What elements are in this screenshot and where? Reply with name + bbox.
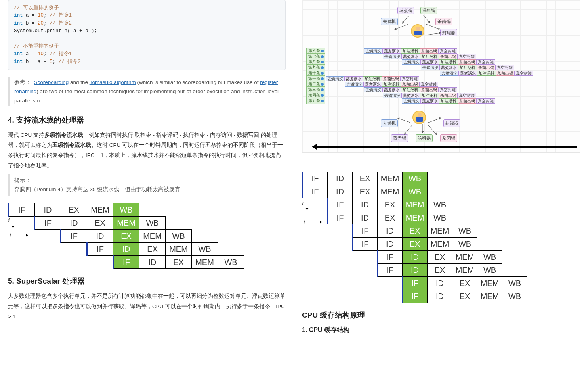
left-column: // 可以重排的例子 int a = 10; // 指令1 int b = 20… [0, 0, 294, 372]
box-sterilizer: 杀菌锅 [435, 18, 452, 25]
link-tomasulo[interactable]: Tomasulo algorithm [90, 79, 136, 85]
gantt-cell: 去鳞清洗 [345, 82, 364, 87]
connector-line [423, 15, 430, 23]
gantt-cell: 蒸煮沥水 [344, 76, 363, 81]
connector-line [422, 124, 423, 133]
gantt-cell: 杀菌出锅 [382, 76, 401, 81]
pipe-cell-mem: MEM [403, 198, 428, 211]
pipe-cell-id: ID [87, 230, 113, 243]
pipe-cell-id: ID [403, 251, 428, 264]
pipe-cell-if: IF [328, 198, 353, 211]
gantt-cell: 真空封罐 [438, 87, 457, 92]
pipe-cell-wb: WB [192, 243, 218, 256]
gantt-cell: 加注汤料 [401, 87, 420, 92]
pipe-cell-wb: WB [218, 256, 244, 269]
pipe-cell-wb: WB [452, 224, 477, 238]
gantt-cell: 去鳞清洗 [383, 93, 402, 98]
gantt-cell: 真空封罐 [457, 93, 476, 98]
gantt-cell: 杀菌出锅 [477, 65, 496, 70]
pipe-cell-id: ID [353, 211, 378, 224]
gantt-cell: 杀菌出锅 [458, 59, 477, 65]
gantt-cell: 蒸煮沥水 [382, 48, 401, 54]
connector-line [402, 16, 409, 23]
box-soup-pot: 汤料锅 [420, 7, 437, 14]
pipe-cell-id: ID [428, 277, 452, 290]
link-scoreboarding[interactable]: Scoreboarding [34, 79, 69, 85]
pipe-cell-wb: WB [428, 211, 452, 224]
pipe-cell-ex: EX [428, 251, 452, 264]
gantt-cell: 蒸煮沥水 [439, 65, 458, 70]
pipe-cell-wb: WB [452, 238, 477, 251]
gantt-cell: 蒸煮沥水 [382, 87, 401, 92]
arrow-down-icon [307, 197, 307, 210]
box-descaler-2: 去鳞机 [381, 119, 398, 127]
hint-label: 提示： [14, 176, 286, 185]
pipe-cell-if: IF [35, 217, 61, 230]
subsection-1-title: 1. CPU 缓存结构 [302, 326, 580, 334]
gantt-cell: 加注汤料 [477, 71, 496, 76]
gantt-cell: 去鳞清洗 [383, 54, 402, 59]
pipe-cell-if: IF [303, 185, 328, 198]
gantt-cell: 杀菌出锅 [439, 93, 458, 98]
pipe-cell-id: ID [378, 224, 403, 238]
gantt-cell: 去鳞清洗 [440, 71, 459, 76]
gantt-row-label: 第五条 [306, 98, 325, 104]
gantt-cell: 蒸煮沥水 [401, 93, 420, 98]
pipe-cell-id: ID [35, 203, 61, 217]
code-comment: // 指令2 [59, 59, 81, 65]
gantt-cell: 真空封罐 [495, 65, 514, 70]
gantt-cell: 蒸煮沥水 [363, 82, 382, 87]
connector-line [428, 125, 436, 135]
right-column: 蒸煮锅 汤料锅 去鳞机 杀菌锅 封罐器 第六条去鳞清洗蒸煮沥水加注汤料杀菌出锅真… [294, 0, 588, 372]
gantt-cell: 加注汤料 [420, 93, 439, 98]
gantt-cell: 真空封罐 [476, 98, 495, 104]
pipe-cell-if: IF [378, 264, 403, 277]
pipe-cell-if: IF [378, 251, 403, 264]
gantt-cell: 真空封罐 [438, 48, 457, 54]
hint-body: 奔腾四（Pentium 4）支持高达 35 级流水线，但由于功耗太高被废弃 [14, 185, 286, 194]
gantt-cell: 去鳞清洗 [402, 98, 421, 104]
pipe-cell-id: ID [353, 198, 378, 211]
gantt-cell: 加注汤料 [382, 82, 401, 87]
section-5-title: 5. SuperScalar 处理器 [8, 276, 286, 286]
pipe-cell-ex: EX [378, 211, 403, 224]
pipe-cell-id: ID [113, 243, 139, 256]
pipe-cell-ex: EX [452, 290, 477, 303]
pipe-cell-ex: EX [61, 203, 87, 217]
pipe-cell-if: IF [403, 277, 428, 290]
pipe-cell-mem: MEM [403, 211, 428, 224]
pipe-cell-wb: WB [477, 264, 502, 277]
connector-line [428, 118, 441, 123]
pipe-cell-ex: EX [378, 198, 403, 211]
axis-i-label: i [302, 199, 304, 207]
gantt-cell: 蒸煮沥水 [420, 59, 439, 65]
pipe-cell-if: IF [328, 211, 353, 224]
pipe-cell-wb: WB [502, 277, 527, 290]
arrow-right-icon [307, 222, 322, 222]
pipe-cell-if: IF [353, 224, 378, 238]
pipe-cell-if: IF [303, 172, 328, 185]
gantt-cell: 去鳞清洗 [402, 59, 421, 65]
gantt-cell: 加注汤料 [439, 98, 458, 104]
pipe-cell-if: IF [87, 243, 113, 256]
axis-t-label: t [10, 232, 11, 239]
gantt-cell: 去鳞清洗 [364, 87, 383, 92]
gantt-cell: 去鳞清洗 [364, 48, 383, 54]
gantt-cell: 真空封罐 [419, 82, 438, 87]
pipe-cell-mem: MEM [452, 264, 477, 277]
worker-icon [411, 24, 424, 38]
connector-line [398, 118, 410, 123]
timeline-arrow-icon [313, 146, 577, 148]
pipe-cell-id: ID [378, 238, 403, 251]
code-line: System.out.println( a + b ); [14, 28, 97, 34]
pipeline-table-2: IFIDEXMEMWBIFIDEXMEMWBIFIDEXMEMWBIFIDEXM… [302, 172, 553, 303]
gantt-cell: 去鳞清洗 [326, 76, 345, 81]
pipe-cell-ex: EX [452, 277, 477, 290]
gantt-cell: 杀菌出锅 [496, 71, 515, 76]
code-comment: // 可以重排的例子 [14, 5, 59, 11]
box-steamer-2: 蒸煮锅 [391, 134, 408, 142]
pipe-cell-ex: EX [166, 256, 192, 269]
pipe-cell-mem: MEM [166, 243, 192, 256]
arrow-down-icon [13, 215, 13, 228]
arrow-right-icon [13, 235, 28, 235]
